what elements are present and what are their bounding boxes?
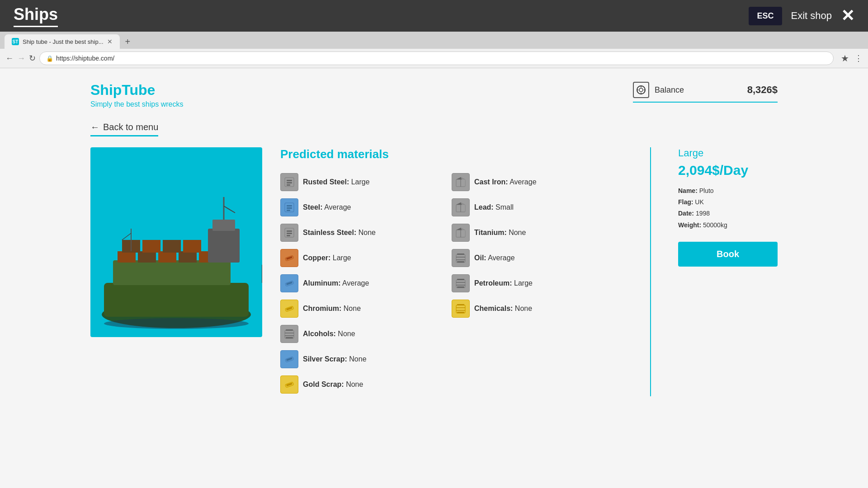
browser-chrome: ST Ship tube - Just the best ship... ✕ +… (0, 32, 868, 68)
svg-point-1 (639, 88, 643, 92)
app-bar-right: ESC Exit shop ✕ (749, 7, 854, 25)
svg-rect-32 (287, 207, 292, 209)
material-row: Chemicals: None (452, 297, 623, 320)
svg-rect-11 (158, 251, 176, 263)
material-row: Stainless Steel: None (280, 221, 452, 244)
exit-shop-label[interactable]: Exit shop (791, 10, 832, 22)
svg-rect-69 (457, 261, 464, 263)
svg-line-23 (224, 206, 235, 213)
svg-rect-18 (208, 229, 240, 263)
material-name: Stainless Steel: (303, 229, 356, 236)
svg-rect-28 (287, 182, 292, 183)
svg-rect-10 (138, 251, 156, 263)
nav-back-button[interactable]: ← (5, 54, 14, 63)
material-name: Chemicals: (474, 305, 513, 312)
material-row: Alcohols: None (280, 322, 452, 346)
tab-favicon: ST (12, 38, 19, 45)
material-icon (452, 274, 470, 292)
svg-rect-68 (457, 253, 464, 255)
material-label: Lead: Small (474, 203, 514, 211)
esc-button[interactable]: ESC (749, 7, 782, 25)
material-name: Chromium: (303, 305, 341, 312)
ship-name: Pluto (699, 187, 714, 194)
materials-grid: Rusted Steel: Large Steel: Average Stain… (280, 170, 623, 396)
material-label: Chromium: None (303, 305, 361, 313)
material-row: Copper: Large (280, 246, 452, 270)
tab-bar: ST Ship tube - Just the best ship... ✕ + (0, 32, 868, 49)
svg-rect-78 (457, 304, 464, 305)
balance-amount: 8,326$ (747, 84, 778, 96)
materials-left: Rusted Steel: Large Steel: Average Stain… (280, 170, 452, 396)
material-name: Petroleum: (474, 279, 512, 287)
material-icon (280, 375, 298, 394)
material-name: Cast Iron: (474, 178, 508, 186)
svg-rect-31 (287, 205, 292, 206)
material-label: Cast Iron: Average (474, 178, 537, 186)
balance-icon (633, 82, 649, 98)
svg-rect-73 (457, 279, 464, 280)
material-row: Gold Scrap: None (280, 373, 452, 396)
material-name: Copper: (303, 254, 330, 262)
material-name: Alcohols: (303, 330, 336, 338)
material-row: Rusted Steel: Large (280, 170, 452, 194)
bookmark-icon[interactable]: ★ (841, 53, 849, 64)
material-icon (280, 173, 298, 191)
ship-date: 1998 (696, 210, 710, 217)
vertical-divider (650, 147, 651, 396)
material-label: Stainless Steel: None (303, 229, 376, 237)
svg-rect-8 (113, 260, 231, 285)
material-icon (280, 300, 298, 318)
svg-rect-16 (163, 240, 181, 253)
close-button[interactable]: ✕ (841, 8, 854, 24)
material-row: Aluminum: Average (280, 272, 452, 295)
browser-menu-icon[interactable]: ⋮ (854, 53, 863, 63)
svg-rect-7 (104, 283, 249, 317)
material-row: Titanium: None (452, 221, 623, 244)
tab-close-icon[interactable]: ✕ (107, 38, 113, 45)
material-name: Aluminum: (303, 279, 341, 287)
price-label: 2,094$/Day (678, 163, 778, 178)
svg-rect-12 (179, 251, 197, 263)
material-name: Titanium: (474, 229, 507, 236)
materials-right: Cast Iron: Average Lead: Small Titanium:… (452, 170, 623, 396)
material-row: Petroleum: Large (452, 272, 623, 295)
material-label: Silver Scrap: None (303, 355, 367, 363)
book-button[interactable]: Book (678, 242, 778, 267)
ship-flag: UK (695, 198, 703, 206)
material-icon (452, 224, 470, 242)
page-content: ShipTube Simply the best ships wrecks Ba… (0, 68, 868, 488)
site-header: ShipTube Simply the best ships wrecks Ba… (90, 82, 778, 108)
material-label: Aluminum: Average (303, 279, 369, 287)
app-title: Ships (14, 5, 58, 27)
svg-rect-74 (457, 286, 464, 288)
address-bar[interactable]: 🔒 https://shiptube.com/ (39, 52, 834, 65)
material-label: Gold Scrap: None (303, 380, 363, 389)
materials-section: Predicted materials Rusted Steel: Large … (280, 147, 623, 396)
svg-rect-9 (118, 251, 136, 263)
address-text: https://shiptube.com/ (56, 55, 114, 62)
material-icon (452, 173, 470, 191)
balance-label: Balance (655, 85, 684, 95)
material-icon (280, 350, 298, 368)
nav-forward-button[interactable]: → (17, 54, 25, 63)
ship-weight: 50000kg (703, 221, 727, 229)
ship-image-area (90, 147, 262, 337)
nav-reload-button[interactable]: ↻ (29, 53, 36, 63)
active-tab[interactable]: ST Ship tube - Just the best ship... ✕ (5, 34, 120, 49)
back-button[interactable]: ← Back to menu (90, 122, 158, 136)
svg-rect-79 (457, 312, 464, 313)
right-panel: Large 2,094$/Day Name: Pluto Flag: UK Da… (678, 147, 778, 267)
new-tab-button[interactable]: + (122, 35, 134, 49)
svg-rect-47 (286, 329, 293, 331)
material-label: Titanium: None (474, 229, 526, 237)
material-icon (280, 274, 298, 292)
material-row: Oil: Average (452, 246, 623, 270)
size-label: Large (678, 147, 778, 159)
site-subtitle: Simply the best ships wrecks (90, 100, 183, 108)
svg-rect-33 (287, 210, 290, 211)
material-row: Chromium: None (280, 297, 452, 320)
material-name: Silver Scrap: (303, 355, 347, 363)
material-row: Steel: Average (280, 196, 452, 219)
material-icon (280, 198, 298, 216)
material-label: Rusted Steel: Large (303, 178, 370, 186)
